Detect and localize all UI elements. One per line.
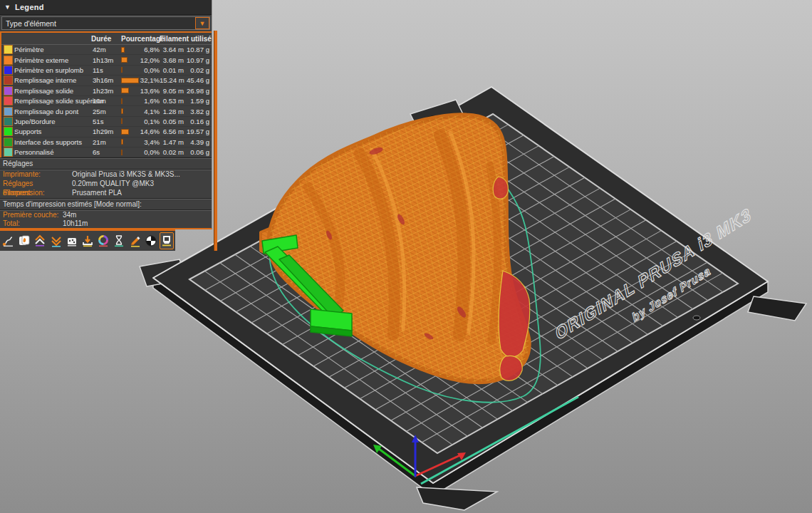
feature-duration: 51s [91,118,121,125]
feature-percentage: 6,8% [144,46,160,53]
feature-label: Remplissage du pont [14,108,91,115]
feature-filament-weight: 3.82 g [187,108,212,115]
gcode-preview-viewport: ORIGINAL PRUSA i3 MK3 by Josef Prusa [0,0,812,513]
filament-label: Filament: [0,189,72,198]
printer-label: Imprimante: [0,170,72,180]
view-type-dropdown[interactable]: Type d'élément ▼ [1,16,210,30]
feature-label: Jupe/Bordure [14,118,91,125]
printer-value: Original Prusa i3 MK3S & MK3S... [72,170,180,180]
travels-icon[interactable] [1,232,16,249]
total-time-row: Total: 10h11m [0,219,212,229]
feature-color-chip [4,107,13,116]
feature-duration: 1h23m [91,87,121,95]
settings-section-title: Réglages [0,159,212,169]
feature-filament-weight: 45.46 g [187,76,212,84]
feature-row-10: Interface des supports21m3,4%1.47 m4.39 … [1,138,212,147]
percentage-bar [121,67,123,73]
first-layer-label: Première couche: [0,211,63,220]
feature-percentage: 13,6% [140,87,160,95]
dropdown-arrow-button[interactable]: ▼ [195,17,209,29]
feature-filament-weight: 10.97 g [187,56,212,64]
feature-percentage: 0,0% [144,148,160,156]
pause-prints-icon[interactable] [112,232,126,249]
shells-icon[interactable] [17,232,31,249]
first-layer-value: 34m [63,211,76,220]
bed-bottom-tab [417,487,497,510]
legend-title: Legend [15,3,44,11]
retractions-icon[interactable] [33,232,47,249]
feature-filament-weight: 19.57 g [187,128,212,135]
feature-percentage: 32,1% [140,76,160,84]
col-filament: Filament utilisé [160,35,212,43]
feature-duration: 11s [91,66,121,74]
percentage-bar [121,88,129,93]
printer-row: Imprimante: Original Prusa i3 MK3S & MK3… [0,170,212,180]
total-time-value: 10h11m [63,219,88,229]
feature-color-chip [4,127,13,136]
feature-color-chip [4,45,13,54]
collapse-triangle-icon[interactable]: ▼ [4,4,11,11]
feature-filament-length: 0.53 m [160,97,187,105]
feature-duration: 1h13m [91,56,121,64]
feature-filament-length: 9.05 m [160,87,187,95]
total-time-label: Total: [0,219,63,229]
feature-filament-length: 3.64 m [160,46,187,53]
feature-filament-length: 0.05 m [160,118,187,125]
feature-filament-weight: 0.06 g [187,148,212,156]
feature-percentage: 4,1% [144,108,160,115]
panel-right-border [214,31,217,251]
tool-changes-icon[interactable] [80,232,95,249]
feature-color-chip [4,147,13,157]
feature-row-5: Remplissage solide1h23m13,6%9.05 m26.98 … [1,86,212,96]
legend-titlebar[interactable]: ▼ Legend [0,0,212,15]
percentage-bar [121,139,123,145]
deretractions-icon[interactable] [49,232,63,249]
col-duration: Durée [91,35,121,43]
feature-color-chip [4,138,13,147]
feature-filament-length: 0.01 m [160,66,187,74]
feature-table: Durée Pourcentage Filament utilisé Périm… [0,33,212,157]
feature-label: Périmètre [14,46,91,53]
feature-percentage: 14,6% [140,128,160,135]
print-settings-row: Réglages d'impression: 0.20mm QUALITY @M… [0,180,212,189]
feature-duration: 42m [91,46,121,53]
feature-color-chip [4,117,13,126]
view-toolbar [0,229,175,251]
table-header: Durée Pourcentage Filament utilisé [1,33,212,45]
feature-row-8: Jupe/Bordure51s0,1%0.05 m0.16 g [1,117,212,127]
feature-percentage: 1,6% [144,97,160,105]
feature-row-11: Personnalisé6s0,0%0.02 m0.06 g [1,147,212,157]
feature-row-7: Remplissage du pont25m4,1%1.28 m3.82 g [1,106,212,116]
bed-screw-hole [693,316,700,320]
percentage-bar [121,108,123,114]
feature-row-4: Remplissage interne3h16m32,1%15.24 m45.4… [1,76,212,86]
percentage-bar [121,150,123,155]
center-of-gravity-icon[interactable] [144,232,158,249]
view-type-value: Type d'élément [6,19,56,28]
feature-label: Périmètre externe [14,56,91,64]
feature-filament-length: 0.02 m [160,148,187,156]
feature-row-6: Remplissage solide supérieur10m1,6%0.53 … [1,96,212,106]
percentage-bar [121,118,123,124]
feature-filament-length: 6.56 m [160,128,187,135]
filament-row: Filament: Prusament PLA [0,189,212,198]
feature-filament-weight: 1.59 g [187,97,212,105]
feature-row-1: Périmètre42m6,8%3.64 m10.87 g [1,45,212,55]
feature-color-chip [4,56,13,65]
feature-color-chip [4,96,13,105]
feature-label: Périmètre en surplomb [14,66,91,74]
feature-label: Remplissage solide [14,87,91,95]
feature-filament-weight: 10.87 g [187,46,212,53]
custom-gcode-icon[interactable] [128,232,142,249]
feature-filament-weight: 26.98 g [187,87,212,95]
feature-percentage: 3,4% [144,138,160,146]
percentage-bar [121,78,139,83]
print-settings-label: Réglages d'impression: [0,180,72,189]
feature-color-chip [4,66,13,75]
feature-label: Personnalisé [14,148,91,156]
feature-row-3: Périmètre en surplomb11s0,0%0.01 m0.02 g [1,66,212,76]
seams-icon[interactable] [65,232,79,249]
feature-label: Interface des supports [14,138,91,146]
color-changes-icon[interactable] [96,232,110,249]
printer-bed-icon[interactable] [160,232,174,249]
